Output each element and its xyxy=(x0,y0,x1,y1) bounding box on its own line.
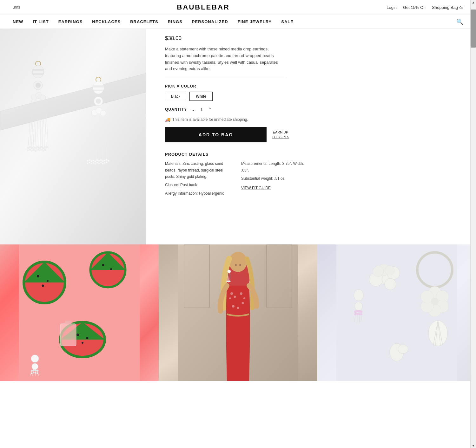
svg-point-127 xyxy=(229,252,247,272)
svg-point-128 xyxy=(235,264,237,266)
login-link[interactable]: Login xyxy=(387,5,397,10)
nav-earrings[interactable]: EARRINGS xyxy=(58,19,83,24)
quantity-value: 1 xyxy=(198,107,205,112)
social-image-3 xyxy=(317,244,476,381)
top-bar-right: Login Get 15% Off Shopping Bag 🛍 xyxy=(387,5,463,10)
nav-bracelets[interactable]: BRACELETS xyxy=(130,19,158,24)
scroll-up-arrow[interactable]: ▲ xyxy=(471,1,476,4)
svg-point-133 xyxy=(240,292,242,295)
svg-point-35 xyxy=(44,146,46,148)
product-details-right: Measurements: Length: 3.75". Width: .65"… xyxy=(241,160,305,197)
svg-point-164 xyxy=(360,313,362,315)
svg-point-80 xyxy=(104,159,106,161)
shipping-note: 🚚 This item is available for immediate s… xyxy=(165,117,457,122)
social-images-section xyxy=(0,244,476,381)
nav-fine-jewelry[interactable]: FINE JEWELRY xyxy=(238,19,272,24)
svg-point-3 xyxy=(32,65,44,78)
svg-point-55 xyxy=(96,99,101,104)
scrollbar-thumb[interactable] xyxy=(471,10,476,48)
svg-point-153 xyxy=(385,266,394,275)
shipping-note-text: This item is available for immediate shi… xyxy=(172,117,248,122)
svg-point-96 xyxy=(37,275,39,277)
discount-link[interactable]: Get 15% Off xyxy=(403,5,426,10)
color-white-button[interactable]: White xyxy=(189,92,213,101)
scrollbar[interactable]: ▲ ▼ xyxy=(470,0,476,381)
nav-new[interactable]: NEW xyxy=(13,19,23,24)
search-icon[interactable]: 🔍 xyxy=(456,18,463,25)
svg-point-78 xyxy=(100,159,102,161)
bag-icon: 🛍 xyxy=(459,5,463,10)
svg-point-29 xyxy=(33,146,35,148)
svg-point-136 xyxy=(232,305,235,308)
color-black-button[interactable]: Black xyxy=(165,92,186,101)
svg-point-92 xyxy=(104,162,106,164)
add-to-bag-button[interactable]: ADD TO BAG xyxy=(165,127,267,142)
site-logo[interactable]: BAUBLEBAR xyxy=(177,3,230,11)
svg-point-79 xyxy=(102,160,104,162)
svg-point-86 xyxy=(93,162,94,164)
shopping-bag-link[interactable]: Shopping Bag 🛍 xyxy=(432,5,463,10)
returns-link[interactable]: urns xyxy=(13,5,20,10)
svg-point-10 xyxy=(36,83,41,88)
svg-point-87 xyxy=(95,163,96,165)
svg-point-132 xyxy=(234,296,236,298)
quantity-decrease[interactable]: ⌄ xyxy=(191,107,195,112)
product-details: $38.00 Make a statement with these mixed… xyxy=(146,29,476,244)
svg-point-81 xyxy=(106,159,108,161)
nav-personalized[interactable]: PERSONALIZED xyxy=(192,19,228,24)
svg-point-109 xyxy=(32,363,38,370)
svg-point-37 xyxy=(27,150,29,151)
svg-point-84 xyxy=(89,162,90,164)
color-options: Black White xyxy=(165,92,457,101)
product-price: $38.00 xyxy=(165,35,457,42)
svg-point-32 xyxy=(38,147,40,149)
svg-point-184 xyxy=(431,298,439,305)
svg-point-101 xyxy=(110,268,112,270)
nav-it-list[interactable]: IT LIST xyxy=(33,19,49,24)
svg-point-43 xyxy=(39,150,40,151)
svg-point-130 xyxy=(230,292,233,295)
svg-point-71 xyxy=(87,160,89,162)
nav-sale[interactable]: SALE xyxy=(281,19,294,24)
svg-point-74 xyxy=(92,159,94,161)
svg-point-36 xyxy=(46,146,48,148)
svg-point-160 xyxy=(360,310,362,313)
svg-point-82 xyxy=(108,160,109,162)
product-details-section: PRODUCT DETAILS Materials: Zinc casting,… xyxy=(165,152,457,197)
svg-point-39 xyxy=(31,150,33,152)
svg-point-58 xyxy=(100,110,106,116)
svg-point-48 xyxy=(93,81,104,94)
svg-point-38 xyxy=(29,149,31,151)
fit-guide-link[interactable]: VIEW FIT GUIDE xyxy=(241,186,271,190)
svg-point-45 xyxy=(43,150,44,152)
product-details-title: PRODUCT DETAILS xyxy=(165,152,457,157)
nav-necklaces[interactable]: NECKLACES xyxy=(92,19,121,24)
svg-point-73 xyxy=(90,160,92,162)
svg-point-72 xyxy=(89,159,90,161)
svg-rect-0 xyxy=(0,29,146,244)
svg-point-137 xyxy=(237,307,239,309)
svg-point-13 xyxy=(40,95,46,101)
svg-point-154 xyxy=(373,266,384,277)
quantity-increase[interactable]: ⌃ xyxy=(208,107,212,112)
svg-point-76 xyxy=(96,159,98,161)
svg-point-30 xyxy=(35,147,36,149)
product-description: Make a statement with these mixed media … xyxy=(165,46,286,78)
svg-point-90 xyxy=(100,162,102,164)
shipping-icon: 🚚 xyxy=(165,117,170,122)
svg-point-150 xyxy=(385,278,396,290)
main-nav: NEW IT LIST EARRINGS NECKLACES BRACELETS… xyxy=(0,15,476,29)
svg-point-77 xyxy=(98,160,100,162)
svg-point-27 xyxy=(29,146,31,148)
material-info: Materials: Zinc casting, glass seed bead… xyxy=(165,160,228,180)
svg-point-75 xyxy=(94,160,96,162)
earn-points-label: EARN UP TO 38 PTS xyxy=(271,130,290,140)
closure-info: Closure: Post back xyxy=(165,182,228,188)
nav-rings[interactable]: RINGS xyxy=(168,19,182,24)
svg-rect-107 xyxy=(65,321,71,324)
svg-point-42 xyxy=(37,149,38,151)
svg-point-134 xyxy=(243,297,245,299)
svg-point-40 xyxy=(33,149,35,151)
svg-point-91 xyxy=(102,163,104,165)
svg-point-26 xyxy=(27,147,29,149)
